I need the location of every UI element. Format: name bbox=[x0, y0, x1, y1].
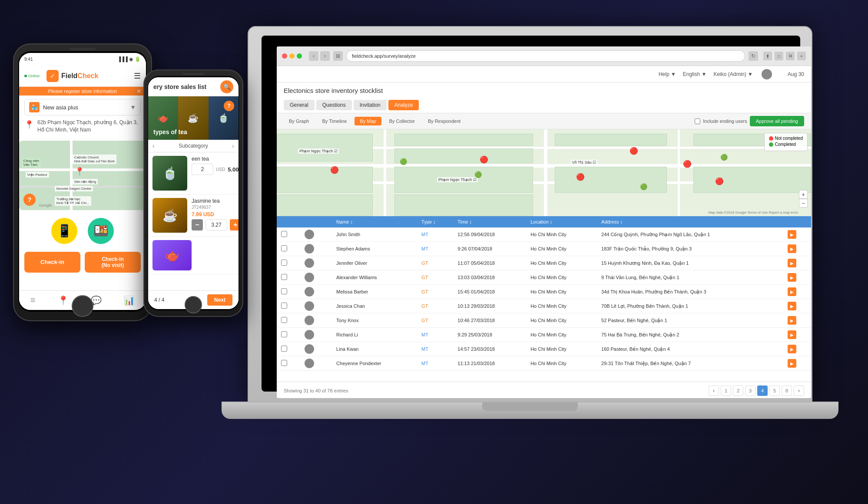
row-checkbox[interactable] bbox=[281, 245, 287, 251]
row-action-button[interactable]: ▶ bbox=[788, 302, 796, 310]
row-action-button[interactable]: ▶ bbox=[788, 316, 796, 325]
phone1-speaker bbox=[70, 48, 96, 50]
analyze-by-timeline[interactable]: By Timeline bbox=[317, 117, 352, 125]
question-help-button[interactable]: ? bbox=[23, 194, 36, 206]
page-next[interactable]: › bbox=[794, 385, 804, 396]
search-button[interactable]: 🔍 bbox=[220, 80, 233, 93]
selfie-icon[interactable]: 📱 bbox=[51, 218, 77, 244]
map-pin-red[interactable]: 🔴 bbox=[480, 155, 488, 164]
more-icon[interactable]: + bbox=[797, 52, 806, 60]
map-pin-red[interactable]: 🔴 bbox=[330, 166, 339, 174]
map-pin-green[interactable]: 🟢 bbox=[640, 183, 647, 190]
hamburger-menu[interactable]: ☰ bbox=[134, 71, 141, 81]
tab-general[interactable]: General bbox=[284, 100, 315, 110]
col-address[interactable]: Address ↕ bbox=[597, 216, 783, 227]
page-8[interactable]: 8 bbox=[782, 385, 792, 396]
p2-item-1-qty-input[interactable]: 2 bbox=[192, 164, 213, 175]
row-checkbox[interactable] bbox=[281, 317, 287, 323]
minimize-button[interactable] bbox=[289, 53, 295, 59]
close-register-bar[interactable]: ✕ bbox=[136, 88, 142, 95]
p2-item-2-qty-input[interactable]: 3.27 bbox=[205, 219, 227, 231]
nav-list-icon[interactable]: ≡ bbox=[30, 295, 36, 306]
help-menu[interactable]: Help ▼ bbox=[659, 71, 676, 77]
duplicate-icon[interactable]: ⧉ bbox=[786, 52, 795, 60]
nav-location-icon[interactable]: 📍 bbox=[58, 295, 69, 306]
row-checkbox[interactable] bbox=[281, 331, 287, 337]
row-action-button[interactable]: ▶ bbox=[788, 359, 796, 368]
page-1[interactable]: 1 bbox=[721, 385, 731, 396]
phone1-home-button[interactable] bbox=[72, 295, 93, 317]
row-checkbox[interactable] bbox=[281, 231, 287, 237]
map-pin-red[interactable]: 🔴 bbox=[576, 173, 585, 181]
row-action-button[interactable]: ▶ bbox=[788, 259, 796, 267]
row-action-button[interactable]: ▶ bbox=[788, 244, 796, 253]
map-label: Võ Thị Sáu ☑ bbox=[571, 160, 598, 165]
analyze-by-map[interactable]: By Map bbox=[354, 117, 381, 125]
map-pin-red[interactable]: 🔴 bbox=[629, 147, 638, 155]
analyze-by-collector[interactable]: By Collector bbox=[384, 117, 420, 125]
p1-map[interactable]: Catholic ChurchNhà thờ Giáo xứ Tân Định … bbox=[19, 141, 146, 210]
include-ending-checkbox[interactable] bbox=[695, 119, 700, 124]
row-checkbox[interactable] bbox=[281, 360, 287, 366]
back-button[interactable]: ‹ bbox=[309, 51, 318, 61]
nav-stats-icon[interactable]: 📊 bbox=[124, 295, 135, 306]
maximize-button[interactable] bbox=[297, 53, 302, 59]
close-button[interactable] bbox=[282, 53, 287, 59]
p2-subcat-next-icon[interactable]: › bbox=[232, 142, 234, 149]
row-checkbox[interactable] bbox=[281, 260, 287, 266]
p2-next-button[interactable]: Next bbox=[207, 294, 232, 306]
approve-all-button[interactable]: Approve all pending bbox=[750, 116, 804, 126]
page-3[interactable]: 3 bbox=[745, 385, 755, 396]
p2-item-2-add-button[interactable]: + bbox=[230, 219, 239, 231]
p2-item-2-minus-button[interactable]: − bbox=[192, 219, 203, 231]
col-name[interactable]: Name ↕ bbox=[332, 216, 417, 227]
page-2[interactable]: 2 bbox=[733, 385, 743, 396]
row-action-cell: ▶ bbox=[783, 313, 811, 328]
checkin-no-visit-button[interactable]: Check-in(No visit) bbox=[85, 252, 141, 273]
p2-subcategory-bar[interactable]: ‹ Subcategory › bbox=[148, 140, 239, 152]
language-selector[interactable]: English ▼ bbox=[683, 71, 707, 77]
tab-invitation[interactable]: Invitation bbox=[354, 100, 387, 110]
row-action-button[interactable]: ▶ bbox=[788, 330, 796, 339]
row-checkbox[interactable] bbox=[281, 303, 287, 309]
analyze-by-respondent[interactable]: By Respondent bbox=[423, 117, 466, 125]
zoom-in-button[interactable]: + bbox=[799, 190, 808, 199]
tab-questions[interactable]: Questions bbox=[316, 100, 352, 110]
map-pin-green[interactable]: 🟢 bbox=[720, 154, 728, 161]
product-icon[interactable]: 🍱 bbox=[88, 218, 114, 244]
page-4[interactable]: 4 bbox=[757, 385, 768, 396]
row-action-button[interactable]: ▶ bbox=[788, 273, 796, 282]
bookmark-icon[interactable]: □ bbox=[775, 52, 783, 60]
row-location-cell: Ho Chi Minh City bbox=[526, 328, 597, 342]
row-checkbox[interactable] bbox=[281, 346, 287, 352]
col-type[interactable]: Type ↕ bbox=[417, 216, 453, 227]
row-action-button[interactable]: ▶ bbox=[788, 287, 796, 296]
address-bar[interactable]: fieldcheck.app/survey/analyze bbox=[346, 50, 745, 62]
analyze-by-graph[interactable]: By Graph bbox=[284, 117, 314, 125]
map-pin-green[interactable]: 🟢 bbox=[400, 158, 407, 165]
refresh-button[interactable]: ↻ bbox=[749, 51, 758, 61]
store-selector[interactable]: 🏪 New asia plus ▼ bbox=[24, 99, 141, 115]
page-prev[interactable]: ‹ bbox=[709, 385, 719, 396]
zoom-out-button[interactable]: − bbox=[799, 199, 808, 208]
row-checkbox[interactable] bbox=[281, 288, 287, 294]
user-menu[interactable]: Keiko (Admin) ▼ bbox=[713, 71, 753, 77]
p2-item-2-code: JT249637 bbox=[192, 205, 239, 210]
p2-help-button[interactable]: ? bbox=[224, 101, 234, 111]
phone2-home-button[interactable] bbox=[185, 296, 202, 313]
col-location[interactable]: Location ↕ bbox=[526, 216, 597, 227]
row-action-button[interactable]: ▶ bbox=[788, 230, 796, 239]
map-pin-red[interactable]: 🔴 bbox=[683, 160, 692, 168]
forward-button[interactable]: › bbox=[320, 51, 330, 61]
page-5[interactable]: 5 bbox=[769, 385, 780, 396]
share-icon[interactable]: ⬆ bbox=[763, 52, 772, 60]
view-button[interactable]: ⊞ bbox=[333, 51, 343, 61]
tab-analyze[interactable]: Analyze bbox=[388, 100, 419, 110]
row-type-cell: MT bbox=[417, 342, 453, 356]
row-checkbox[interactable] bbox=[281, 274, 287, 280]
checkin-button[interactable]: Check-in bbox=[24, 252, 80, 273]
row-action-button[interactable]: ▶ bbox=[788, 345, 796, 353]
map-pin-green[interactable]: 🟢 bbox=[474, 171, 482, 178]
col-time[interactable]: Time ↕ bbox=[453, 216, 526, 227]
map-pin-red[interactable]: 🔴 bbox=[715, 177, 724, 185]
